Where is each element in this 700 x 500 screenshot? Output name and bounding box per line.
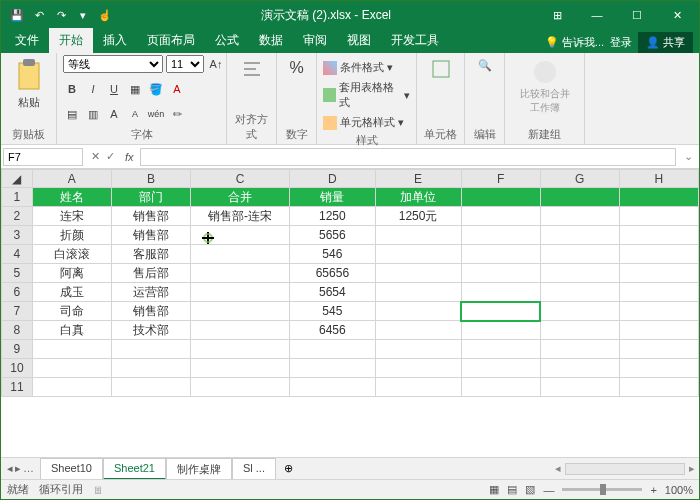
cells-button[interactable] bbox=[427, 55, 455, 83]
hscroll-left-icon[interactable]: ◂ bbox=[551, 462, 565, 475]
repeat-icon[interactable]: ▾ bbox=[73, 5, 93, 25]
cell-A2[interactable]: 连宋 bbox=[32, 207, 111, 226]
font-small-icon[interactable]: A bbox=[126, 105, 144, 123]
row-header-10[interactable]: 10 bbox=[2, 359, 33, 378]
new-sheet-icon[interactable]: ⊕ bbox=[276, 462, 301, 475]
cell-H1[interactable] bbox=[619, 188, 698, 207]
cell-F5[interactable] bbox=[461, 264, 540, 283]
col-header-E[interactable]: E bbox=[375, 170, 461, 188]
tab-文件[interactable]: 文件 bbox=[5, 28, 49, 53]
font-size-select[interactable]: 11 bbox=[166, 55, 204, 73]
cell-A3[interactable]: 折颜 bbox=[32, 226, 111, 245]
row-header-6[interactable]: 6 bbox=[2, 283, 33, 302]
login-link[interactable]: 登录 bbox=[610, 35, 632, 50]
cell-E10[interactable] bbox=[375, 359, 461, 378]
number-button[interactable]: % bbox=[285, 55, 307, 81]
col-header-G[interactable]: G bbox=[540, 170, 619, 188]
cell-H2[interactable] bbox=[619, 207, 698, 226]
cell-H3[interactable] bbox=[619, 226, 698, 245]
tab-数据[interactable]: 数据 bbox=[249, 28, 293, 53]
cell-D3[interactable]: 5656 bbox=[290, 226, 376, 245]
tab-视图[interactable]: 视图 bbox=[337, 28, 381, 53]
increase-font-icon[interactable]: A↑ bbox=[207, 55, 225, 73]
cell-B4[interactable]: 客服部 bbox=[111, 245, 190, 264]
cell-F7[interactable] bbox=[461, 302, 540, 321]
cell-F10[interactable] bbox=[461, 359, 540, 378]
cell-H7[interactable] bbox=[619, 302, 698, 321]
tab-插入[interactable]: 插入 bbox=[93, 28, 137, 53]
zoom-out-icon[interactable]: ― bbox=[543, 484, 554, 496]
font-name-select[interactable]: 等线 bbox=[63, 55, 163, 73]
cell-D9[interactable] bbox=[290, 340, 376, 359]
cell-E6[interactable] bbox=[375, 283, 461, 302]
cell-C5[interactable] bbox=[191, 264, 290, 283]
formula-bar[interactable] bbox=[140, 148, 676, 166]
cell-D2[interactable]: 1250 bbox=[290, 207, 376, 226]
cell-F2[interactable] bbox=[461, 207, 540, 226]
col-header-F[interactable]: F bbox=[461, 170, 540, 188]
table-format-button[interactable]: 套用表格格式 ▾ bbox=[323, 79, 410, 111]
cell-D1[interactable]: 销量 bbox=[290, 188, 376, 207]
cell-D7[interactable]: 545 bbox=[290, 302, 376, 321]
cell-G8[interactable] bbox=[540, 321, 619, 340]
cancel-formula-icon[interactable]: ✕ bbox=[91, 150, 100, 163]
cell-G5[interactable] bbox=[540, 264, 619, 283]
row-header-3[interactable]: 3 bbox=[2, 226, 33, 245]
ribbon-options-icon[interactable]: ⊞ bbox=[537, 1, 577, 29]
zoom-level[interactable]: 100% bbox=[665, 484, 693, 496]
cell-G1[interactable] bbox=[540, 188, 619, 207]
cell-D8[interactable]: 6456 bbox=[290, 321, 376, 340]
cell-B2[interactable]: 销售部 bbox=[111, 207, 190, 226]
cell-A11[interactable] bbox=[32, 378, 111, 397]
cell-style-button[interactable]: 单元格样式 ▾ bbox=[323, 114, 404, 131]
cell-D4[interactable]: 546 bbox=[290, 245, 376, 264]
col-header-A[interactable]: A bbox=[32, 170, 111, 188]
zoom-in-icon[interactable]: + bbox=[650, 484, 656, 496]
cell-G7[interactable] bbox=[540, 302, 619, 321]
cell-E8[interactable] bbox=[375, 321, 461, 340]
cell-E4[interactable] bbox=[375, 245, 461, 264]
phonetic-icon[interactable]: wén bbox=[147, 105, 165, 123]
zoom-slider[interactable] bbox=[562, 488, 642, 491]
minimize-icon[interactable]: ― bbox=[577, 1, 617, 29]
cell-A4[interactable]: 白滚滚 bbox=[32, 245, 111, 264]
paste-button[interactable]: 粘贴 bbox=[11, 55, 47, 114]
maximize-icon[interactable]: ☐ bbox=[617, 1, 657, 29]
col-header-B[interactable]: B bbox=[111, 170, 190, 188]
cell-H11[interactable] bbox=[619, 378, 698, 397]
tell-me[interactable]: 💡 告诉我... bbox=[545, 35, 604, 50]
cell-H8[interactable] bbox=[619, 321, 698, 340]
cell-E11[interactable] bbox=[375, 378, 461, 397]
cell-D11[interactable] bbox=[290, 378, 376, 397]
underline-button[interactable]: U bbox=[105, 80, 123, 98]
share-button[interactable]: 👤 共享 bbox=[638, 32, 693, 53]
cell-C10[interactable] bbox=[191, 359, 290, 378]
touch-icon[interactable]: ☝ bbox=[95, 5, 115, 25]
sheet-tab-3[interactable]: Sl ... bbox=[232, 458, 276, 480]
tab-页面布局[interactable]: 页面布局 bbox=[137, 28, 205, 53]
cell-B3[interactable]: 销售部 bbox=[111, 226, 190, 245]
cell-H6[interactable] bbox=[619, 283, 698, 302]
fill-color-button[interactable]: 🪣 bbox=[147, 80, 165, 98]
view-normal-icon[interactable]: ▦ bbox=[489, 483, 499, 496]
select-all-cell[interactable]: ◢ bbox=[2, 170, 33, 188]
cell-B5[interactable]: 售后部 bbox=[111, 264, 190, 283]
row-header-5[interactable]: 5 bbox=[2, 264, 33, 283]
cell-C3[interactable] bbox=[191, 226, 290, 245]
cell-F11[interactable] bbox=[461, 378, 540, 397]
border-button[interactable]: ▦ bbox=[126, 80, 144, 98]
enter-formula-icon[interactable]: ✓ bbox=[106, 150, 115, 163]
cell-B6[interactable]: 运营部 bbox=[111, 283, 190, 302]
borders-icon[interactable]: ▤ bbox=[63, 105, 81, 123]
tab-开发工具[interactable]: 开发工具 bbox=[381, 28, 449, 53]
cell-D6[interactable]: 5654 bbox=[290, 283, 376, 302]
cell-C11[interactable] bbox=[191, 378, 290, 397]
cell-A5[interactable]: 阿离 bbox=[32, 264, 111, 283]
cell-G2[interactable] bbox=[540, 207, 619, 226]
row-header-11[interactable]: 11 bbox=[2, 378, 33, 397]
cell-H4[interactable] bbox=[619, 245, 698, 264]
undo-icon[interactable]: ↶ bbox=[29, 5, 49, 25]
align-button[interactable] bbox=[238, 55, 266, 83]
col-header-C[interactable]: C bbox=[191, 170, 290, 188]
cell-G4[interactable] bbox=[540, 245, 619, 264]
